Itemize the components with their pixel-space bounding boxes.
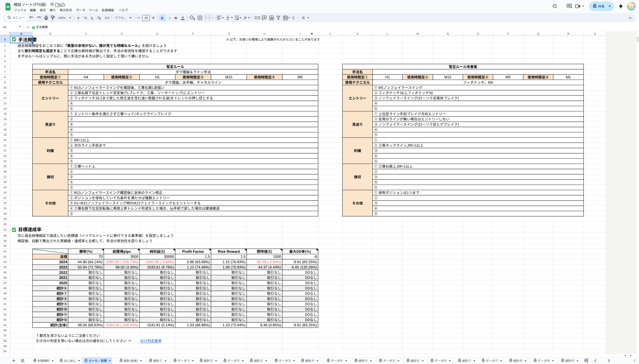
svg-text:47: 47 — [3, 281, 7, 285]
svg-text:50: 50 — [3, 297, 7, 300]
svg-text:41: 41 — [3, 250, 7, 253]
svg-text:.0: .0 — [90, 16, 92, 19]
svg-text:30000: 30000 — [164, 254, 174, 258]
svg-text:51: 51 — [3, 302, 7, 306]
svg-text:12: 12 — [3, 96, 7, 100]
svg-text:N: N — [447, 32, 449, 36]
svg-text:23: 23 — [3, 154, 7, 158]
svg-text:A: A — [20, 32, 22, 36]
svg-text:1.5: 1.5 — [241, 254, 246, 258]
svg-text:1.06 (70.93%): 1.06 (70.93%) — [223, 265, 246, 269]
svg-text:54: 54 — [3, 318, 7, 322]
svg-text:S: S — [175, 16, 177, 20]
svg-text:2024: 2024 — [59, 260, 67, 264]
svg-text:55: 55 — [3, 324, 7, 327]
svg-text:M: M — [416, 32, 419, 36]
svg-text:Risk Reward: Risk Reward — [218, 250, 240, 254]
svg-text:1.15 (76.83%): 1.15 (76.83%) — [223, 260, 246, 264]
svg-text:A: A — [182, 16, 184, 19]
svg-text:-1091.80 (-3.64%): -1091.80 (-3.64%) — [145, 260, 174, 264]
svg-text:37: 37 — [3, 228, 7, 232]
svg-text:Profit Factor: Profit Factor — [182, 250, 204, 254]
svg-text:30: 30 — [3, 191, 7, 194]
svg-text:40: 40 — [3, 244, 7, 248]
svg-text:0.96 (63.69%): 0.96 (63.69%) — [187, 260, 210, 264]
svg-text:27: 27 — [3, 175, 7, 178]
svg-text:48: 48 — [3, 286, 7, 290]
svg-text:33: 33 — [3, 207, 7, 210]
svg-text:38: 38 — [3, 234, 7, 237]
svg-text:14: 14 — [3, 107, 7, 110]
svg-text:-8: -8 — [314, 254, 317, 258]
svg-text:2: 2 — [4, 44, 6, 47]
svg-text:32: 32 — [3, 202, 7, 205]
svg-text:Q: Q — [537, 32, 539, 36]
svg-text:56: 56 — [3, 328, 7, 332]
svg-text:44.90 (64.14%): 44.90 (64.14%) — [78, 260, 103, 264]
svg-text:10: 10 — [3, 86, 7, 89]
svg-text:1.10 (73.44%): 1.10 (73.44%) — [223, 323, 246, 327]
svg-text:-3193.00 (-106.43%): -3193.00 (-106.43%) — [105, 323, 138, 327]
svg-text:1.03 (68.86%): 1.03 (68.86%) — [187, 323, 210, 327]
svg-text:S: S — [594, 32, 596, 36]
svg-text:H1: H1 — [385, 75, 390, 79]
svg-text:29: 29 — [3, 186, 7, 189]
svg-text:25: 25 — [3, 164, 7, 168]
svg-text:50.94 (72.78%): 50.94 (72.78%) — [78, 265, 103, 269]
svg-text:123: 123 — [105, 16, 109, 20]
svg-text:44.37 (4.44%): 44.37 (4.44%) — [258, 265, 281, 269]
svg-text:15: 15 — [144, 16, 147, 20]
svg-text:I: I — [169, 16, 170, 20]
svg-text:%: % — [84, 16, 87, 20]
svg-text:R: R — [567, 32, 569, 36]
svg-text:A: A — [244, 16, 246, 19]
svg-text:2020: 2020 — [59, 281, 67, 285]
svg-text:2633.61 (8.78%): 2633.61 (8.78%) — [147, 265, 174, 269]
svg-text:42: 42 — [3, 255, 7, 258]
svg-text:B: B — [161, 16, 163, 20]
svg-text:45: 45 — [3, 271, 7, 274]
svg-text:49: 49 — [3, 292, 7, 295]
svg-text:Σ: Σ — [292, 16, 295, 20]
svg-text:5: 5 — [4, 60, 6, 63]
svg-text:2021: 2021 — [59, 276, 67, 280]
svg-text:H4: H4 — [84, 75, 88, 79]
svg-text:34: 34 — [3, 212, 7, 215]
svg-text:M5: M5 — [505, 75, 511, 79]
svg-text:1000: 1000 — [273, 254, 281, 258]
svg-text:4: 4 — [4, 54, 6, 58]
svg-text:D: D — [121, 32, 123, 36]
svg-text:57: 57 — [3, 334, 7, 337]
svg-text:6: 6 — [4, 65, 6, 68]
svg-text:19: 19 — [3, 133, 7, 136]
svg-text:20: 20 — [3, 138, 7, 142]
svg-text:43: 43 — [3, 260, 7, 264]
svg-text:70: 70 — [99, 254, 103, 258]
svg-text:44: 44 — [3, 266, 7, 269]
svg-text:E: E — [156, 32, 158, 36]
svg-text:2022: 2022 — [59, 270, 67, 274]
svg-text:26: 26 — [3, 170, 7, 173]
svg-text:A1: A1 — [3, 26, 7, 29]
svg-text:M15: M15 — [444, 75, 451, 79]
svg-text:H1: H1 — [155, 75, 160, 79]
svg-text:2023: 2023 — [59, 265, 67, 269]
svg-text:7: 7 — [4, 70, 6, 74]
svg-text:P: P — [507, 32, 509, 36]
svg-text:M5: M5 — [298, 75, 303, 79]
svg-text:fx: fx — [27, 26, 30, 29]
svg-text:¥: ¥ — [77, 16, 79, 20]
svg-text:-30.39 (-3.04%): -30.39 (-3.04%) — [256, 260, 281, 264]
svg-text:100%: 100% — [58, 16, 66, 20]
svg-text:8: 8 — [4, 75, 6, 79]
svg-text:58: 58 — [3, 339, 7, 342]
svg-text:J: J — [329, 32, 331, 36]
svg-text:-6.65 (120.26%): -6.65 (120.26%) — [291, 265, 317, 269]
svg-text:-3292.00 (-109.73%): -3292.00 (-109.73%) — [105, 260, 138, 264]
svg-text:M15: M15 — [225, 75, 232, 79]
svg-text:3: 3 — [4, 49, 6, 52]
svg-text:52: 52 — [3, 308, 7, 311]
svg-text:15: 15 — [3, 112, 7, 116]
svg-text:18: 18 — [3, 128, 7, 131]
svg-text:48.04 (68.63%): 48.04 (68.63%) — [78, 323, 103, 327]
